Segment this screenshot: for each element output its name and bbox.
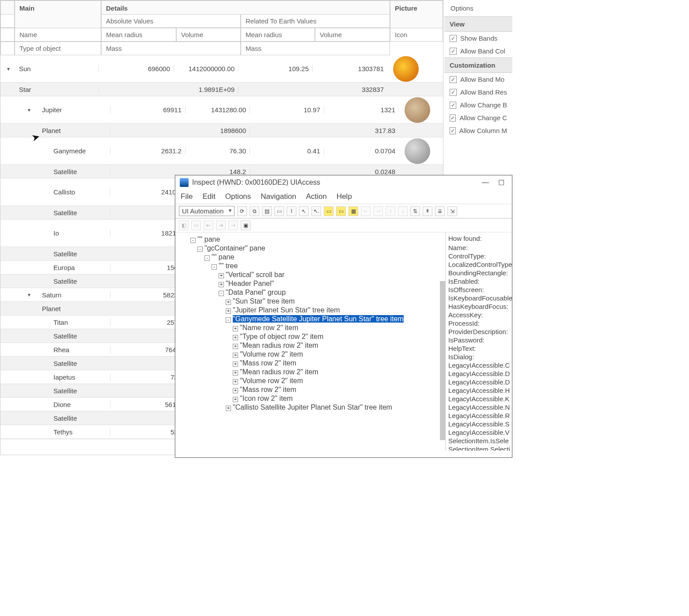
inspect-tree-item[interactable]: +"Mean radius row 2" item [177,368,443,376]
inspect-tree-item[interactable]: +"Mass row 2" item [177,359,443,368]
inspect-tree-item[interactable]: +"Jupiter Planet Sun Star" tree item [177,306,443,315]
options-tab[interactable]: Options [444,0,512,16]
table-row[interactable]: Star1.9891E+09332837 [0,83,443,96]
action6-icon[interactable]: ▣ [241,221,250,230]
inspect-tree-item[interactable]: -"Data Panel" group [177,288,443,297]
table-row[interactable]: ▾Sun6960001412000000.00109.251303781 [0,55,443,83]
text-cursor-icon[interactable]: I [287,206,296,216]
pointer-icon[interactable]: ↖ [299,206,309,216]
expand-icon[interactable]: + [219,282,224,287]
inspect-titlebar[interactable]: Inspect (HWND: 0x00160DE2) UIAccess — ☐ [175,175,512,190]
expand-icon[interactable]: + [233,397,238,402]
inspect-tree-item[interactable]: +"Mean radius row 2" item [177,341,443,350]
chevron-down-icon[interactable]: ▾ [7,66,10,72]
copy-icon[interactable]: ⧉ [250,206,259,216]
icon-column-header[interactable]: Icon [390,28,443,42]
type-column-header[interactable]: Type of object [15,42,101,55]
expand-icon[interactable]: + [233,335,238,340]
expand-icon[interactable]: + [219,273,224,278]
related-values-header[interactable]: Related To Earth Values [241,14,390,28]
mean-radius-2-header[interactable]: Mean radius [241,28,315,42]
action4-icon[interactable]: ⇥ [216,221,226,230]
nav-back-icon[interactable]: ← [361,206,371,216]
inspect-tree-item[interactable]: +"Vertical" scroll bar [177,270,443,279]
action2-icon[interactable]: ▭ [191,221,201,230]
table-row[interactable]: Ganymede2631.276.300.410.0704 [0,137,443,165]
picture-band-header[interactable]: Picture [390,0,443,29]
expand-icon[interactable]: + [233,326,238,331]
tree-icon[interactable]: ▤ [262,206,272,216]
option-checkbox-item[interactable]: ✓Allow Column M [444,124,512,137]
expand-icon[interactable]: + [226,308,231,314]
menu-edit[interactable]: Edit [202,192,215,201]
option-checkbox-item[interactable]: ✓Show Bands [444,32,512,45]
highlight3-icon[interactable]: ▦ [348,206,358,216]
expand-icon[interactable]: + [233,370,238,376]
mass-2-header[interactable]: Mass [241,42,390,55]
nav-fwd-icon[interactable]: → [373,206,383,216]
action3-icon[interactable]: ⇤ [204,221,213,230]
table-row[interactable]: ▾Jupiter699111431280.0010.971321 [0,96,443,124]
parent-icon[interactable]: ↟ [423,206,432,216]
inspect-tree-item[interactable]: -"" pane [177,253,443,262]
inspect-tree-item[interactable]: +"Type of object row 2" item [177,332,443,341]
inspect-tree-item[interactable]: +"Mass row 2" item [177,385,443,394]
name-column-header[interactable]: Name [15,28,101,42]
hierarchy-icon[interactable]: ⇅ [410,206,420,216]
inspect-tree-item[interactable]: +"Icon row 2" item [177,394,443,403]
tree-scrollbar-thumb[interactable] [440,281,446,440]
absolute-values-header[interactable]: Absolute Values [101,14,241,28]
menu-action[interactable]: Action [306,192,327,201]
inspect-tree-pane[interactable]: -"" pane-"gcContainer" pane-"" pane-"" t… [175,232,446,451]
menu-help[interactable]: Help [337,192,352,201]
mean-radius-header[interactable]: Mean radius [101,28,176,42]
inspect-properties-pane[interactable]: How found:Name:ControlType:LocalizedCont… [446,232,512,451]
inspect-tree-item[interactable]: +"Volume row 2" item [177,376,443,385]
menu-file[interactable]: File [181,192,193,201]
automation-combo[interactable]: UI Automation [179,206,235,216]
expand-icon[interactable]: + [233,388,238,393]
inspect-tree-item[interactable]: -"Ganymede Satellite Jupiter Planet Sun … [177,315,443,323]
volume-header[interactable]: Volume [176,28,241,42]
expand-icon[interactable]: + [233,361,238,367]
expand-icon[interactable]: + [226,406,231,411]
children-icon[interactable]: ⇲ [447,206,457,216]
option-checkbox-item[interactable]: ✓Allow Change C [444,111,512,124]
option-checkbox-item[interactable]: ✓Allow Change B [444,99,512,111]
inspect-tree-item[interactable]: -"gcContainer" pane [177,244,443,253]
siblings-icon[interactable]: ⇊ [435,206,445,216]
mass-header[interactable]: Mass [101,42,241,55]
expand-icon[interactable]: + [226,300,231,305]
collapse-icon[interactable]: - [190,238,196,243]
pointer-follow-icon[interactable]: ↖. [311,206,321,216]
table-row[interactable]: Planet1898600317.83 [0,124,443,137]
inspect-tree-item[interactable]: -"" pane [177,235,443,244]
menu-options[interactable]: Options [225,192,251,201]
collapse-icon[interactable]: - [212,264,217,270]
nav-down-icon[interactable]: ↓ [398,206,408,216]
volume-2-header[interactable]: Volume [315,28,390,42]
inspect-tree-item[interactable]: +"Sun Star" tree item [177,297,443,306]
highlight2-icon[interactable]: ▭ [336,206,346,216]
option-checkbox-item[interactable]: ✓Allow Band Col [444,45,512,57]
nav-up-icon[interactable]: ↑ [386,206,395,216]
rect-icon[interactable]: ▭ [274,206,284,216]
maximize-button[interactable]: ☐ [495,179,507,187]
action5-icon[interactable]: ⇢ [228,221,238,230]
expand-icon[interactable]: + [233,379,238,384]
chevron-down-icon[interactable]: ▾ [28,107,30,113]
main-band-header[interactable]: Main [15,0,101,29]
inspect-tree-item[interactable]: -"" tree [177,262,443,270]
refresh-icon[interactable]: ⟳ [237,206,247,216]
inspect-tree-item[interactable]: +"Header Panel" [177,279,443,288]
inspect-tree-item[interactable]: +"Name row 2" item [177,323,443,332]
collapse-icon[interactable]: - [204,255,210,261]
collapse-icon[interactable]: - [226,317,231,323]
chevron-down-icon[interactable]: ▾ [28,292,30,298]
expand-icon[interactable]: + [233,344,238,349]
collapse-icon[interactable]: - [197,247,203,252]
minimize-button[interactable]: — [479,179,492,186]
highlight-icon[interactable]: ▭ [324,206,333,216]
inspect-window[interactable]: Inspect (HWND: 0x00160DE2) UIAccess — ☐ … [175,175,512,458]
menu-navigation[interactable]: Navigation [261,192,296,201]
